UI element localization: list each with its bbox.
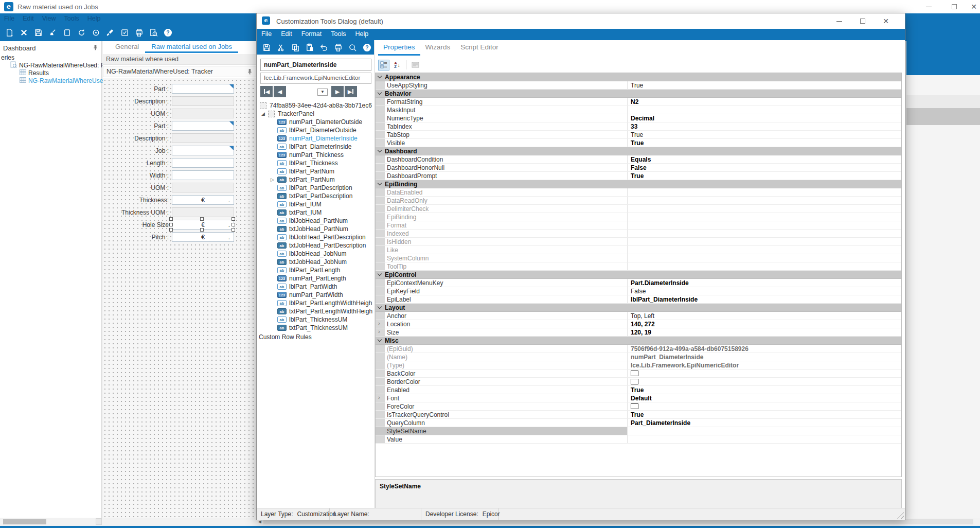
property-value[interactable] <box>628 197 901 204</box>
custom-row-rules-link[interactable]: Custom Row Rules <box>259 333 312 341</box>
property-row-ishidden[interactable]: IsHidden <box>376 238 901 246</box>
color-swatch[interactable] <box>631 403 638 409</box>
selected-control-combo[interactable]: numPart_DiameterInside <box>260 59 371 71</box>
dialog-menu-format[interactable]: Format <box>297 29 327 39</box>
property-row-like[interactable]: Like <box>376 246 901 254</box>
property-row-type[interactable]: (Type)Ice.Lib.Framework.EpiNumericEditor <box>376 361 901 369</box>
property-row-epibinding[interactable]: EpiBinding <box>376 213 901 221</box>
property-value[interactable] <box>628 435 901 443</box>
property-value[interactable]: True <box>628 81 901 89</box>
control-tree-item[interactable]: ablblPart_Thickness <box>277 159 338 167</box>
property-category-dashboard[interactable]: Dashboard <box>376 147 901 155</box>
dashboard-tree-item[interactable]: Results <box>20 69 49 77</box>
menu-help[interactable]: Help <box>83 14 105 23</box>
property-row-format[interactable]: Format <box>376 221 901 230</box>
property-value[interactable]: Decimal <box>628 114 901 122</box>
control-tree-item[interactable]: ablblPart_DiameterInside <box>277 143 351 151</box>
delete-icon[interactable] <box>16 26 31 39</box>
property-value[interactable]: True <box>628 411 901 418</box>
note-icon[interactable] <box>60 26 74 39</box>
nav-previous-button[interactable]: ◀ <box>274 86 286 97</box>
selection-handle[interactable] <box>169 228 173 232</box>
property-row-epikeyfield[interactable]: EpiKeyFieldFalse <box>376 287 901 295</box>
property-value[interactable]: False <box>628 287 901 295</box>
control-tree-item[interactable]: 123numPart_DiameterInside <box>277 134 358 143</box>
clear-icon[interactable] <box>45 26 60 39</box>
property-row-tabindex[interactable]: TabIndex33 <box>376 122 901 131</box>
menu-edit[interactable]: Edit <box>19 14 38 23</box>
selection-handle[interactable] <box>231 228 235 232</box>
property-row-epiguid[interactable]: (EpiGuid)7506f96d-912a-499a-a584-db60751… <box>376 345 901 353</box>
control-tree-item[interactable]: abtxtJobHead_PartDescription <box>277 241 366 250</box>
paste-icon[interactable] <box>302 41 317 54</box>
dashboard-tree-item[interactable]: NG-RawMaterialWhereUsed: <box>20 77 108 84</box>
property-value[interactable] <box>628 427 901 435</box>
control-tree-item[interactable]: ablblPart_DiameterOutside <box>277 126 357 134</box>
control-tree-item[interactable]: 123numPart_PartLength <box>277 274 346 283</box>
expand-icon[interactable]: › <box>378 328 380 335</box>
control-tree-item[interactable]: abtxtPart_PartDescription <box>277 192 352 200</box>
control-tree-item[interactable]: ablblJobHead_PartDescription <box>277 233 366 241</box>
category-collapse-icon[interactable] <box>376 73 385 81</box>
help-icon[interactable]: ? <box>161 26 175 39</box>
property-row-delimitercheck[interactable]: DelimiterCheck <box>376 205 901 213</box>
property-row-name[interactable]: (Name)numPart_DiameterInside <box>376 353 901 361</box>
sync-icon[interactable] <box>88 26 103 39</box>
tab-raw-material-used-on-jobs[interactable]: Raw material used on Jobs <box>145 41 238 53</box>
pin-icon[interactable] <box>93 44 98 51</box>
property-value[interactable]: Default <box>628 394 901 402</box>
control-tree-item[interactable]: ablblPart_PartLengthWidthHeigh <box>277 299 372 307</box>
property-value[interactable]: 120, 19 <box>628 328 901 336</box>
control-tree-item[interactable]: abtxtPart_PartLengthWidthHeigh <box>277 307 372 315</box>
property-row-anchor[interactable]: AnchorTop, Left <box>376 312 901 320</box>
dialog-tab-wizards[interactable]: Wizards <box>420 42 456 56</box>
property-value[interactable]: N2 <box>628 98 901 105</box>
control-tree-item[interactable]: ablblPart_PartLength <box>277 266 340 274</box>
selection-handle[interactable] <box>200 217 204 221</box>
property-row-bordercolor[interactable]: BorderColor <box>376 378 901 386</box>
control-tree-item[interactable]: ablblPart_PartNum <box>277 167 334 175</box>
property-row-querycolumn[interactable]: QueryColumnPart_DiameterInside <box>376 419 901 427</box>
control-tree-item[interactable]: ablblPart_IUM <box>277 200 322 208</box>
print-icon[interactable] <box>331 41 346 54</box>
field-input[interactable]: €. <box>172 195 234 205</box>
color-swatch[interactable] <box>631 379 638 384</box>
property-value[interactable] <box>628 213 901 221</box>
tasks-icon[interactable] <box>117 26 132 39</box>
property-category-appearance[interactable]: Appearance <box>376 73 901 81</box>
control-tree-item[interactable]: ablblJobHead_JobNum <box>277 250 346 258</box>
dialog-menu-edit[interactable]: Edit <box>276 29 297 39</box>
property-value[interactable]: Part_DiameterInside <box>628 419 901 427</box>
property-row-stylesetname[interactable]: StyleSetName <box>376 427 901 435</box>
property-row-tooltip[interactable]: ToolTip <box>376 262 901 271</box>
property-row-value[interactable]: Value <box>376 435 901 444</box>
maximize-button[interactable] <box>947 1 962 12</box>
property-category-epibinding[interactable]: EpiBinding <box>376 180 901 188</box>
property-row-dashboardprompt[interactable]: DashboardPromptTrue <box>376 172 901 180</box>
property-row-useappstyling[interactable]: UseAppStylingTrue <box>376 81 901 90</box>
dialog-tab-properties[interactable]: Properties <box>378 42 420 56</box>
property-value[interactable] <box>628 238 901 245</box>
designer-grid-surface[interactable]: Part :Description :UOM :Part :Descriptio… <box>103 78 256 518</box>
preview-icon[interactable] <box>146 26 161 39</box>
property-row-epicontextmenukey[interactable]: EpiContextMenuKeyPart.DiameterInside <box>376 279 901 287</box>
property-row-size[interactable]: ›Size120, 19 <box>376 328 901 337</box>
selection-handle[interactable] <box>231 217 235 221</box>
control-tree-item[interactable]: abtxtPart_ThicknessUM <box>277 324 348 332</box>
property-row-font[interactable]: ›FontDefault <box>376 394 901 402</box>
field-input[interactable] <box>172 121 234 131</box>
undo-icon[interactable] <box>317 41 331 54</box>
selection-handle[interactable] <box>200 228 204 232</box>
control-tree-item[interactable]: abtxtPart_IUM <box>277 208 322 217</box>
category-collapse-icon[interactable] <box>376 304 385 311</box>
property-row-formatstring[interactable]: FormatStringN2 <box>376 98 901 106</box>
nav-first-button[interactable]: ◀ <box>260 86 273 97</box>
field-input[interactable] <box>172 84 234 94</box>
property-value[interactable] <box>628 369 901 377</box>
property-row-visible[interactable]: VisibleTrue <box>376 139 901 147</box>
property-category-misc[interactable]: Misc <box>376 337 901 345</box>
save-icon[interactable] <box>31 26 45 39</box>
control-tree-item[interactable]: abtxtPart_PartNum <box>277 175 335 184</box>
property-value[interactable]: True <box>628 139 901 147</box>
field-input[interactable]: €. <box>172 232 234 242</box>
